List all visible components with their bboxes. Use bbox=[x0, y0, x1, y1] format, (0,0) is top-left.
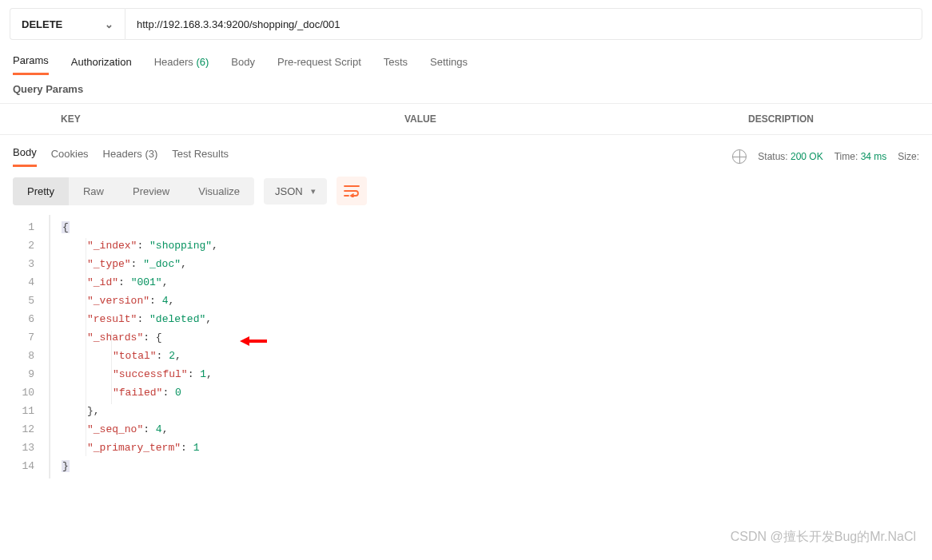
time-label: Time: bbox=[834, 151, 858, 162]
resp-headers-count: (3) bbox=[145, 148, 157, 160]
col-value: VALUE bbox=[392, 104, 735, 134]
col-checkbox bbox=[0, 104, 48, 134]
wrap-lines-button[interactable] bbox=[337, 177, 367, 205]
tab-params[interactable]: Params bbox=[13, 54, 49, 75]
view-segment: Pretty Raw Preview Visualize bbox=[13, 177, 254, 205]
method-select[interactable]: DELETE ⌄ bbox=[10, 8, 125, 40]
tab-headers[interactable]: Headers (6) bbox=[154, 56, 209, 74]
tab-body[interactable]: Body bbox=[231, 56, 255, 74]
resp-headers-label: Headers bbox=[103, 148, 142, 160]
code-lines: { "_index": "shopping", "_type": "_doc",… bbox=[50, 215, 218, 479]
globe-icon[interactable] bbox=[732, 149, 747, 164]
col-key: KEY bbox=[48, 104, 392, 134]
view-raw[interactable]: Raw bbox=[69, 177, 118, 205]
url-input[interactable]: http://192.168.3.34:9200/shopping/_doc/0… bbox=[125, 8, 922, 40]
url-text: http://192.168.3.34:9200/shopping/_doc/0… bbox=[137, 18, 340, 30]
tab-prerequest[interactable]: Pre-request Script bbox=[277, 56, 361, 74]
tab-settings[interactable]: Settings bbox=[430, 56, 468, 74]
method-label: DELETE bbox=[22, 18, 62, 30]
tab-tests[interactable]: Tests bbox=[384, 56, 408, 74]
resp-tab-body[interactable]: Body bbox=[13, 146, 37, 167]
resp-tab-headers[interactable]: Headers (3) bbox=[103, 148, 158, 166]
response-tabs: Body Cookies Headers (3) Test Results bbox=[13, 146, 229, 167]
col-description: DESCRIPTION bbox=[735, 104, 932, 134]
query-params-label: Query Params bbox=[0, 75, 932, 103]
language-label: JSON bbox=[275, 185, 303, 197]
resp-tab-tests[interactable]: Test Results bbox=[172, 148, 229, 166]
tab-headers-label: Headers bbox=[154, 56, 193, 68]
view-preview[interactable]: Preview bbox=[118, 177, 184, 205]
response-body[interactable]: 1234567891011121314 { "_index": "shoppin… bbox=[0, 215, 932, 479]
chevron-down-icon: ⌄ bbox=[105, 18, 114, 30]
svg-marker-2 bbox=[240, 336, 267, 346]
size-label: Size: bbox=[898, 151, 919, 162]
response-status: Status: 200 OK Time: 34 ms Size: bbox=[732, 149, 919, 164]
request-tabs: Params Authorization Headers (6) Body Pr… bbox=[0, 40, 932, 75]
line-gutter: 1234567891011121314 bbox=[0, 215, 50, 479]
status-code: 200 OK bbox=[791, 151, 823, 162]
params-table-header: KEY VALUE DESCRIPTION bbox=[0, 103, 932, 135]
view-pretty[interactable]: Pretty bbox=[13, 177, 69, 205]
view-visualize[interactable]: Visualize bbox=[184, 177, 254, 205]
status-label: Status: bbox=[758, 151, 787, 162]
watermark: CSDN @擅长开发Bug的Mr.NaCl bbox=[731, 529, 916, 546]
chevron-down-icon: ▾ bbox=[311, 186, 316, 197]
language-select[interactable]: JSON ▾ bbox=[264, 178, 327, 205]
time-value: 34 ms bbox=[861, 151, 887, 162]
tab-authorization[interactable]: Authorization bbox=[71, 56, 132, 74]
annotation-arrow bbox=[240, 336, 267, 349]
tab-headers-count: (6) bbox=[196, 56, 209, 68]
resp-tab-cookies[interactable]: Cookies bbox=[51, 148, 89, 166]
